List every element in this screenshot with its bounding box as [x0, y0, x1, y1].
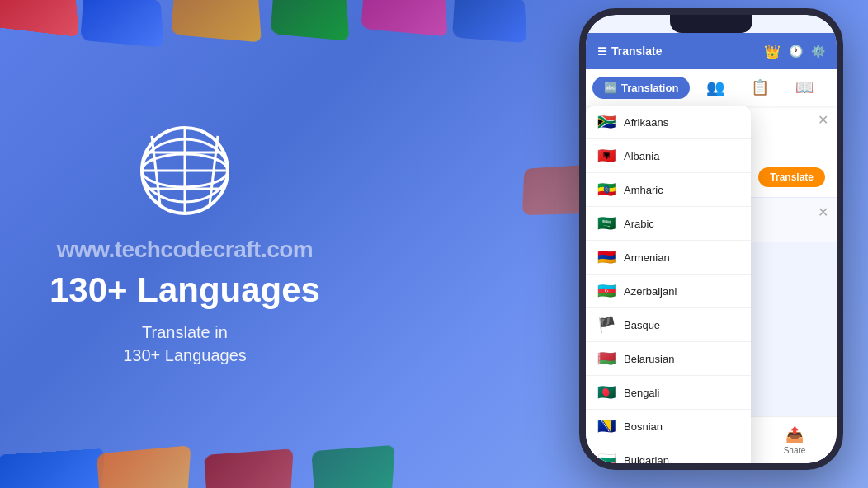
lang-item-azerbaijani[interactable]: 🇦🇿 Azerbaijani [586, 274, 751, 308]
flag-bosnian: 🇧🇦 [597, 417, 616, 435]
phone-notch [670, 15, 752, 33]
flag-bulgarian: 🇧🇬 [597, 451, 616, 463]
lang-item-amharic[interactable]: 🇪🇹 Amharic [586, 173, 751, 207]
app-title: ☰ Translate [597, 45, 662, 58]
flag-arabic: 🇸🇦 [597, 214, 616, 232]
settings-icon[interactable]: ⚙️ [811, 45, 825, 58]
tab-book[interactable]: 📖 [785, 73, 823, 101]
lang-item-arabic[interactable]: 🇸🇦 Arabic [586, 207, 751, 241]
lang-item-armenian[interactable]: 🇦🇲 Armenian [586, 241, 751, 274]
globe-icon [135, 121, 234, 220]
source-close-btn[interactable]: ✕ [818, 112, 828, 128]
flag-afrikaans: 🇿🇦 [597, 113, 616, 131]
watermark-text: www.techcodecraft.com [50, 237, 320, 263]
share-action[interactable]: 📤 Share [784, 425, 806, 455]
phone-mockup: ☰ Translate 👑 🕐 ⚙️ 🔤 Translation 👥 [579, 8, 843, 470]
hero-title: 130+ Languages [50, 271, 320, 309]
lang-item-basque[interactable]: 🏴 Basque [586, 308, 751, 342]
lang-item-belarusian[interactable]: 🇧🇾 Belarusian [586, 342, 751, 376]
lang-item-afrikaans[interactable]: 🇿🇦 Afrikaans [586, 106, 751, 139]
tab-translation[interactable]: 🔤 Translation [592, 77, 690, 99]
lang-item-bosnian[interactable]: 🇧🇦 Bosnian [586, 410, 751, 443]
share-icon: 📤 [785, 425, 804, 443]
people-icon: 👥 [706, 78, 724, 96]
flag-albania: 🇦🇱 [597, 147, 616, 165]
flag-azerbaijani: 🇦🇿 [597, 282, 616, 300]
lang-item-bengali[interactable]: 🇧🇩 Bengali [586, 376, 751, 410]
result-close-btn[interactable]: ✕ [818, 204, 828, 220]
translate-button[interactable]: Translate [758, 167, 825, 187]
phone-frame: ☰ Translate 👑 🕐 ⚙️ 🔤 Translation 👥 [579, 8, 843, 470]
menu-icon: ☰ [597, 45, 607, 58]
vocab-icon: 📋 [751, 78, 769, 96]
left-content: www.techcodecraft.com 130+ Languages Tra… [50, 121, 320, 367]
crown-icon[interactable]: 👑 [764, 44, 781, 59]
flag-armenian: 🇦🇲 [597, 248, 616, 266]
lang-item-bulgarian[interactable]: 🇧🇬 Bulgarian [586, 443, 751, 463]
clock-icon[interactable]: 🕐 [789, 45, 803, 58]
tab-people[interactable]: 👥 [696, 73, 734, 101]
hero-subtitle: Translate in 130+ Languages [50, 321, 320, 367]
flag-amharic: 🇪🇹 [597, 181, 616, 199]
tab-vocab[interactable]: 📋 [741, 73, 779, 101]
flag-basque: 🏴 [597, 316, 616, 334]
book-icon: 📖 [795, 78, 814, 96]
app-header: ☰ Translate 👑 🕐 ⚙️ [586, 33, 837, 69]
flag-belarusian: 🇧🇾 [597, 350, 616, 368]
phone-screen: ☰ Translate 👑 🕐 ⚙️ 🔤 Translation 👥 [586, 15, 837, 463]
flag-bengali: 🇧🇩 [597, 383, 616, 401]
translation-icon: 🔤 [604, 82, 617, 94]
language-dropdown: 🇿🇦 Afrikaans 🇦🇱 Albania 🇪🇹 Amharic 🇸🇦 Ar… [586, 106, 751, 463]
nav-tabs: 🔤 Translation 👥 📋 📖 [586, 69, 837, 106]
lang-item-albania[interactable]: 🇦🇱 Albania [586, 139, 751, 173]
header-icons: 👑 🕐 ⚙️ [764, 44, 825, 59]
